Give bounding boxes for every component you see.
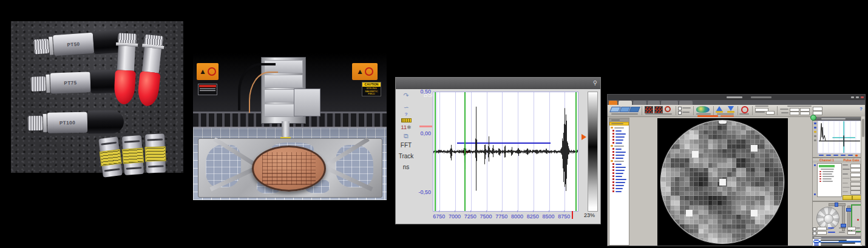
time-field[interactable] bbox=[800, 112, 810, 115]
ribbon-tab[interactable] bbox=[679, 101, 693, 105]
wave-icon[interactable]: ∽ bbox=[397, 104, 415, 111]
tree-row[interactable] bbox=[612, 184, 628, 187]
c-scan-icon[interactable] bbox=[629, 107, 640, 112]
resolution-field[interactable] bbox=[847, 227, 856, 230]
ribbon-tab[interactable] bbox=[648, 101, 660, 105]
log-row[interactable] bbox=[813, 244, 861, 246]
green-cursor-line[interactable] bbox=[435, 92, 436, 211]
channel-icon bbox=[612, 133, 614, 135]
tree-row[interactable] bbox=[612, 136, 628, 138]
help-icon[interactable]: ? bbox=[860, 106, 863, 112]
connect-status-button[interactable] bbox=[810, 115, 816, 121]
app-scrollbar[interactable] bbox=[861, 116, 865, 245]
tree-group-row[interactable] bbox=[611, 160, 628, 163]
wafer-cell bbox=[675, 182, 680, 187]
tree-selected-gate[interactable] bbox=[819, 165, 835, 167]
tree-row[interactable] bbox=[612, 163, 628, 166]
h-slider-handle[interactable] bbox=[835, 203, 838, 207]
flip-arrows-icon[interactable]: ↷ bbox=[397, 92, 415, 99]
cscan-canvas[interactable] bbox=[657, 118, 788, 246]
field-input[interactable] bbox=[850, 168, 861, 172]
x-position-field[interactable] bbox=[817, 227, 827, 230]
scan-field[interactable] bbox=[766, 111, 775, 115]
green-cursor-line[interactable] bbox=[575, 92, 577, 211]
field-input[interactable] bbox=[850, 164, 861, 168]
tree-row[interactable] bbox=[612, 154, 628, 156]
view-tab-label[interactable] bbox=[721, 115, 734, 117]
tree-row[interactable] bbox=[612, 169, 628, 172]
wafer-zoom-icon[interactable] bbox=[654, 106, 663, 113]
wafer-cell bbox=[779, 144, 784, 149]
tree-group-row[interactable] bbox=[611, 145, 628, 147]
y-position-field[interactable] bbox=[817, 231, 827, 235]
speed-field[interactable] bbox=[847, 231, 856, 235]
tree-row[interactable] bbox=[612, 148, 628, 150]
bscan-gate-window: BScanGate5 Position: -29 ns Length: 100 … bbox=[395, 77, 601, 224]
checkbox[interactable] bbox=[678, 111, 682, 115]
wafer-cell bbox=[717, 196, 722, 201]
tree-row[interactable] bbox=[612, 187, 628, 190]
green-cursor-line[interactable] bbox=[464, 92, 466, 211]
measure-icon[interactable]: ? bbox=[397, 113, 415, 124]
red-axis-cursor[interactable] bbox=[572, 211, 573, 219]
tree-row[interactable] bbox=[612, 190, 628, 193]
checkbox[interactable] bbox=[678, 107, 682, 110]
copy-pages-icon[interactable]: ⧉ bbox=[397, 132, 415, 139]
tree-selected-root[interactable] bbox=[609, 122, 629, 126]
wafer-cscan-map[interactable] bbox=[660, 120, 784, 244]
log-panel[interactable] bbox=[812, 236, 863, 246]
grayscale-palette-bar[interactable] bbox=[588, 92, 598, 212]
app-titlebar[interactable] bbox=[608, 95, 865, 100]
move-up-icon[interactable] bbox=[716, 106, 722, 111]
ns-button[interactable]: ns bbox=[397, 164, 415, 171]
fish-alignment-icon[interactable] bbox=[696, 106, 710, 113]
image-tree-panel[interactable] bbox=[609, 118, 629, 246]
pin-icon[interactable]: ⚲ bbox=[593, 79, 597, 86]
tree-row[interactable] bbox=[612, 130, 628, 132]
field-input[interactable] bbox=[850, 173, 861, 177]
tree-row[interactable] bbox=[612, 142, 628, 144]
wafer-cell bbox=[760, 201, 765, 206]
pinch-icon bbox=[208, 67, 216, 76]
checkbox[interactable] bbox=[813, 227, 816, 231]
tree-row[interactable] bbox=[612, 139, 628, 141]
tree-row[interactable] bbox=[612, 151, 628, 153]
bscan-plot[interactable] bbox=[433, 92, 578, 212]
jog-knob[interactable] bbox=[824, 214, 833, 224]
move-down-icon[interactable] bbox=[728, 106, 734, 111]
mini-ascan-plot[interactable] bbox=[818, 121, 861, 153]
tree-row[interactable] bbox=[612, 172, 628, 175]
red-level-marker[interactable] bbox=[419, 126, 432, 127]
ribbon-tab[interactable] bbox=[661, 101, 678, 105]
time-field[interactable] bbox=[790, 112, 799, 115]
fiducial-square bbox=[686, 210, 693, 216]
wafer-cell bbox=[699, 163, 704, 168]
tree-row[interactable] bbox=[612, 157, 628, 159]
wafer-cell bbox=[690, 172, 694, 177]
target-icon[interactable] bbox=[665, 106, 671, 112]
tree-row[interactable] bbox=[612, 166, 628, 169]
tree-row[interactable] bbox=[612, 178, 628, 181]
ok-button[interactable] bbox=[843, 195, 852, 200]
estimator-box[interactable] bbox=[813, 107, 822, 111]
wafer-map-icon[interactable] bbox=[645, 106, 653, 113]
track-button[interactable]: Track bbox=[397, 153, 415, 160]
view-tab-label[interactable] bbox=[697, 115, 718, 117]
tree-group-row[interactable] bbox=[611, 127, 628, 129]
file-tab[interactable] bbox=[609, 101, 617, 105]
record-stop-icon[interactable] bbox=[741, 106, 748, 113]
gate-arrow-icon[interactable] bbox=[581, 134, 586, 140]
tree-row[interactable] bbox=[612, 133, 628, 135]
scan-tab-selected[interactable] bbox=[619, 101, 632, 105]
wafer-cell bbox=[704, 182, 708, 187]
wafer-cell bbox=[671, 233, 676, 238]
gates-icon[interactable]: 11✱ bbox=[397, 124, 415, 131]
bscan-window-titlebar[interactable]: BScanGate5 Position: -29 ns Length: 100 … bbox=[396, 78, 600, 89]
tree-row[interactable] bbox=[612, 181, 628, 184]
gate-tree[interactable] bbox=[817, 163, 842, 197]
tree-row[interactable] bbox=[612, 175, 628, 178]
ribbon-tab[interactable] bbox=[633, 101, 646, 105]
checkbox[interactable] bbox=[813, 232, 816, 235]
wafer-cell bbox=[704, 126, 708, 130]
fft-button[interactable]: FFT bbox=[397, 142, 415, 149]
